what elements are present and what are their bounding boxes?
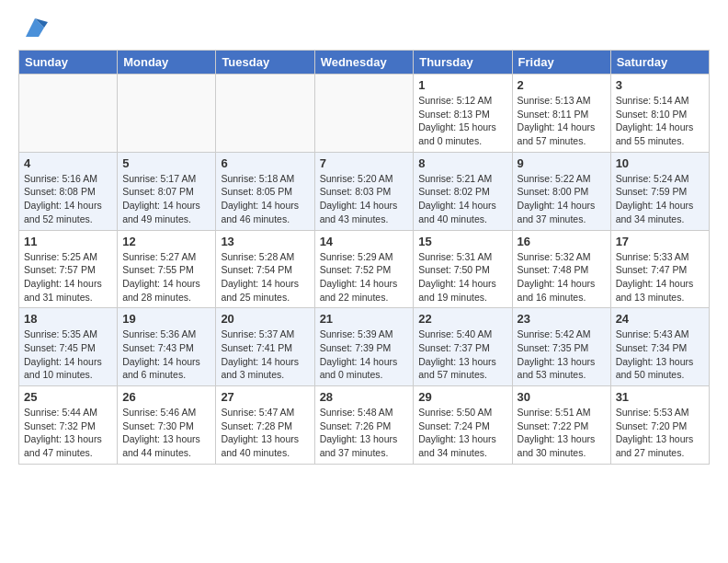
calendar-cell: 4Sunrise: 5:16 AM Sunset: 8:08 PM Daylig…	[19, 152, 118, 230]
calendar-cell: 17Sunrise: 5:33 AM Sunset: 7:47 PM Dayli…	[610, 230, 709, 308]
day-info: Sunrise: 5:53 AM Sunset: 7:20 PM Dayligh…	[616, 406, 704, 460]
calendar-cell: 13Sunrise: 5:28 AM Sunset: 7:54 PM Dayli…	[216, 230, 314, 308]
calendar-cell	[216, 75, 314, 153]
calendar-cell: 21Sunrise: 5:39 AM Sunset: 7:39 PM Dayli…	[314, 308, 414, 386]
day-number: 10	[616, 156, 704, 170]
day-info: Sunrise: 5:33 AM Sunset: 7:47 PM Dayligh…	[616, 250, 704, 304]
day-info: Sunrise: 5:25 AM Sunset: 7:57 PM Dayligh…	[24, 250, 112, 304]
calendar-cell: 30Sunrise: 5:51 AM Sunset: 7:22 PM Dayli…	[512, 386, 610, 465]
day-info: Sunrise: 5:44 AM Sunset: 7:32 PM Dayligh…	[24, 406, 112, 460]
calendar-day-header: Sunday	[19, 51, 118, 75]
calendar-cell: 20Sunrise: 5:37 AM Sunset: 7:41 PM Dayli…	[216, 308, 314, 386]
day-info: Sunrise: 5:35 AM Sunset: 7:45 PM Dayligh…	[24, 327, 112, 382]
day-number: 12	[122, 235, 210, 248]
day-info: Sunrise: 5:14 AM Sunset: 8:10 PM Dayligh…	[616, 94, 704, 148]
day-number: 18	[24, 312, 112, 326]
day-number: 17	[616, 235, 704, 248]
day-info: Sunrise: 5:13 AM Sunset: 8:11 PM Dayligh…	[518, 94, 606, 148]
day-info: Sunrise: 5:17 AM Sunset: 8:07 PM Dayligh…	[122, 172, 210, 226]
day-number: 4	[24, 156, 112, 170]
calendar-cell: 15Sunrise: 5:31 AM Sunset: 7:50 PM Dayli…	[414, 230, 512, 308]
day-info: Sunrise: 5:31 AM Sunset: 7:50 PM Dayligh…	[418, 250, 506, 304]
day-info: Sunrise: 5:21 AM Sunset: 8:02 PM Dayligh…	[418, 172, 506, 226]
day-info: Sunrise: 5:16 AM Sunset: 8:08 PM Dayligh…	[24, 172, 112, 226]
day-info: Sunrise: 5:24 AM Sunset: 7:59 PM Dayligh…	[616, 172, 704, 226]
page-header	[18, 18, 710, 40]
day-info: Sunrise: 5:51 AM Sunset: 7:22 PM Dayligh…	[518, 406, 606, 460]
calendar-cell: 7Sunrise: 5:20 AM Sunset: 8:03 PM Daylig…	[314, 152, 414, 230]
day-number: 31	[616, 390, 704, 404]
calendar-header: SundayMondayTuesdayWednesdayThursdayFrid…	[19, 51, 710, 75]
calendar-cell: 14Sunrise: 5:29 AM Sunset: 7:52 PM Dayli…	[314, 230, 414, 308]
day-info: Sunrise: 5:29 AM Sunset: 7:52 PM Dayligh…	[320, 250, 409, 304]
day-number: 6	[221, 156, 309, 170]
day-info: Sunrise: 5:18 AM Sunset: 8:05 PM Dayligh…	[221, 172, 309, 226]
day-number: 29	[418, 390, 506, 404]
calendar-day-header: Saturday	[610, 51, 709, 75]
day-info: Sunrise: 5:36 AM Sunset: 7:43 PM Dayligh…	[122, 327, 210, 382]
calendar-day-header: Tuesday	[216, 51, 314, 75]
day-info: Sunrise: 5:39 AM Sunset: 7:39 PM Dayligh…	[320, 327, 409, 382]
day-info: Sunrise: 5:50 AM Sunset: 7:24 PM Dayligh…	[418, 406, 506, 460]
calendar-cell: 1Sunrise: 5:12 AM Sunset: 8:13 PM Daylig…	[414, 75, 512, 153]
calendar-cell: 25Sunrise: 5:44 AM Sunset: 7:32 PM Dayli…	[19, 386, 118, 465]
day-info: Sunrise: 5:43 AM Sunset: 7:34 PM Dayligh…	[616, 327, 704, 382]
calendar-day-header: Thursday	[414, 51, 512, 75]
day-info: Sunrise: 5:47 AM Sunset: 7:28 PM Dayligh…	[221, 406, 309, 460]
calendar-cell: 16Sunrise: 5:32 AM Sunset: 7:48 PM Dayli…	[512, 230, 610, 308]
day-number: 28	[320, 390, 409, 404]
day-number: 24	[616, 312, 704, 326]
calendar-cell: 5Sunrise: 5:17 AM Sunset: 8:07 PM Daylig…	[118, 152, 216, 230]
calendar-cell: 11Sunrise: 5:25 AM Sunset: 7:57 PM Dayli…	[19, 230, 118, 308]
day-info: Sunrise: 5:12 AM Sunset: 8:13 PM Dayligh…	[418, 94, 506, 148]
day-number: 3	[616, 78, 704, 92]
day-number: 30	[518, 390, 606, 404]
day-number: 2	[518, 78, 606, 92]
day-info: Sunrise: 5:37 AM Sunset: 7:41 PM Dayligh…	[221, 327, 309, 382]
calendar-cell	[118, 75, 216, 153]
day-number: 26	[122, 390, 210, 404]
calendar-cell: 31Sunrise: 5:53 AM Sunset: 7:20 PM Dayli…	[610, 386, 709, 465]
day-number: 14	[320, 235, 409, 248]
day-number: 22	[418, 312, 506, 326]
day-info: Sunrise: 5:48 AM Sunset: 7:26 PM Dayligh…	[320, 406, 409, 460]
calendar-cell: 3Sunrise: 5:14 AM Sunset: 8:10 PM Daylig…	[610, 75, 709, 153]
calendar-cell	[314, 75, 414, 153]
day-number: 5	[122, 156, 210, 170]
calendar-cell: 6Sunrise: 5:18 AM Sunset: 8:05 PM Daylig…	[216, 152, 314, 230]
calendar-cell: 23Sunrise: 5:42 AM Sunset: 7:35 PM Dayli…	[512, 308, 610, 386]
calendar-cell: 10Sunrise: 5:24 AM Sunset: 7:59 PM Dayli…	[610, 152, 709, 230]
day-number: 1	[418, 78, 506, 92]
calendar-cell: 29Sunrise: 5:50 AM Sunset: 7:24 PM Dayli…	[414, 386, 512, 465]
calendar-cell: 18Sunrise: 5:35 AM Sunset: 7:45 PM Dayli…	[19, 308, 118, 386]
day-info: Sunrise: 5:22 AM Sunset: 8:00 PM Dayligh…	[518, 172, 606, 226]
day-number: 16	[518, 235, 606, 248]
day-number: 9	[518, 156, 606, 170]
day-info: Sunrise: 5:27 AM Sunset: 7:55 PM Dayligh…	[122, 250, 210, 304]
logo-icon	[22, 15, 48, 40]
day-number: 8	[418, 156, 506, 170]
day-number: 15	[418, 235, 506, 248]
calendar-table: SundayMondayTuesdayWednesdayThursdayFrid…	[18, 50, 710, 465]
day-number: 21	[320, 312, 409, 326]
calendar-cell: 22Sunrise: 5:40 AM Sunset: 7:37 PM Dayli…	[414, 308, 512, 386]
day-info: Sunrise: 5:32 AM Sunset: 7:48 PM Dayligh…	[518, 250, 606, 304]
day-number: 7	[320, 156, 409, 170]
calendar-cell: 26Sunrise: 5:46 AM Sunset: 7:30 PM Dayli…	[118, 386, 216, 465]
calendar-cell: 24Sunrise: 5:43 AM Sunset: 7:34 PM Dayli…	[610, 308, 709, 386]
day-number: 20	[221, 312, 309, 326]
calendar-day-header: Wednesday	[314, 51, 414, 75]
calendar-cell	[19, 75, 118, 153]
calendar-cell: 19Sunrise: 5:36 AM Sunset: 7:43 PM Dayli…	[118, 308, 216, 386]
day-number: 11	[24, 235, 112, 248]
calendar-week-row: 1Sunrise: 5:12 AM Sunset: 8:13 PM Daylig…	[19, 75, 710, 153]
day-number: 27	[221, 390, 309, 404]
day-number: 23	[518, 312, 606, 326]
calendar-cell: 28Sunrise: 5:48 AM Sunset: 7:26 PM Dayli…	[314, 386, 414, 465]
calendar-cell: 12Sunrise: 5:27 AM Sunset: 7:55 PM Dayli…	[118, 230, 216, 308]
calendar-week-row: 18Sunrise: 5:35 AM Sunset: 7:45 PM Dayli…	[19, 308, 710, 386]
day-number: 25	[24, 390, 112, 404]
day-info: Sunrise: 5:28 AM Sunset: 7:54 PM Dayligh…	[221, 250, 309, 304]
logo	[18, 18, 48, 40]
calendar-week-row: 4Sunrise: 5:16 AM Sunset: 8:08 PM Daylig…	[19, 152, 710, 230]
